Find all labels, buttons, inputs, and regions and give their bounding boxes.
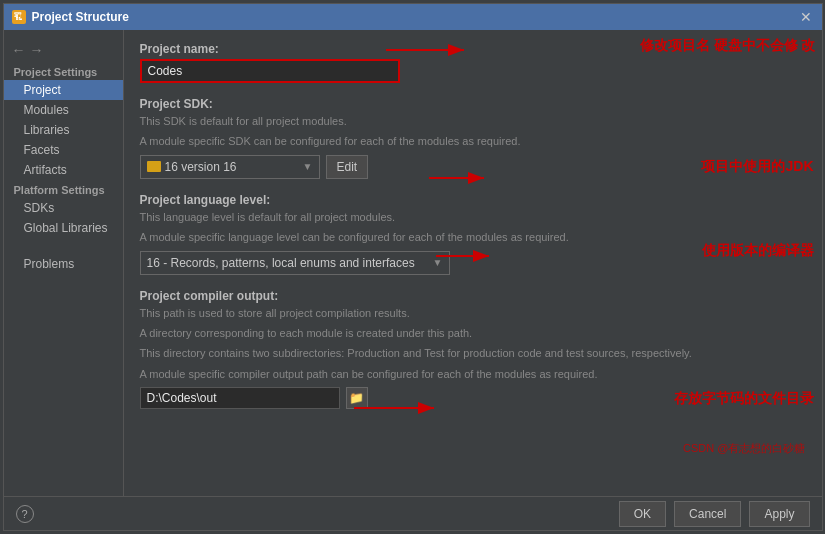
compiler-folder-button[interactable]: 📁 — [346, 387, 368, 409]
main-content: ← → Project Settings Project Modules Lib… — [4, 30, 822, 496]
project-sdk-desc2: A module specific SDK can be configured … — [140, 134, 806, 149]
language-level-label: Project language level: — [140, 193, 806, 207]
bottom-actions: OK Cancel Apply — [619, 501, 810, 527]
compiler-desc1: This path is used to store all project c… — [140, 306, 806, 321]
sdk-dropdown[interactable]: 16 version 16 ▼ — [140, 155, 320, 179]
sidebar-item-problems[interactable]: Problems — [4, 254, 123, 274]
edit-sdk-button[interactable]: Edit — [326, 155, 369, 179]
apply-button[interactable]: Apply — [749, 501, 809, 527]
compiler-output-group: Project compiler output: This path is us… — [140, 289, 806, 410]
language-level-chevron: ▼ — [433, 257, 443, 268]
nav-arrows: ← → — [4, 38, 123, 62]
help-button[interactable]: ? — [16, 505, 34, 523]
language-level-dropdown[interactable]: 16 - Records, patterns, local enums and … — [140, 251, 450, 275]
compiler-desc4: A module specific compiler output path c… — [140, 367, 806, 382]
dropdown-chevron: ▼ — [303, 161, 313, 172]
compiler-desc3: This directory contains two subdirectori… — [140, 346, 806, 361]
sdk-value: 16 version 16 — [165, 160, 237, 174]
back-arrow[interactable]: ← — [12, 42, 26, 58]
project-sdk-label: Project SDK: — [140, 97, 806, 111]
content-panel: Project name: Project SDK: This SDK is d… — [124, 30, 822, 496]
sidebar-item-project[interactable]: Project — [4, 80, 123, 100]
project-settings-label: Project Settings — [4, 62, 123, 80]
sidebar-item-global-libraries[interactable]: Global Libraries — [4, 218, 123, 238]
compiler-output-label: Project compiler output: — [140, 289, 806, 303]
sidebar-item-libraries[interactable]: Libraries — [4, 120, 123, 140]
language-level-desc1: This language level is default for all p… — [140, 210, 806, 225]
folder-icon — [147, 161, 161, 172]
app-icon: 🏗 — [12, 10, 26, 24]
watermark: CSDN @有志想的白砂糖 — [683, 441, 805, 456]
language-level-desc2: A module specific language level can be … — [140, 230, 806, 245]
platform-settings-label: Platform Settings — [4, 180, 123, 198]
project-name-input[interactable] — [140, 59, 400, 83]
ok-button[interactable]: OK — [619, 501, 666, 527]
forward-arrow[interactable]: → — [30, 42, 44, 58]
cancel-button[interactable]: Cancel — [674, 501, 741, 527]
bottom-bar: ? OK Cancel Apply — [4, 496, 822, 530]
compiler-output-input[interactable] — [140, 387, 340, 409]
compiler-output-row: 📁 — [140, 387, 806, 409]
sidebar-item-artifacts[interactable]: Artifacts — [4, 160, 123, 180]
sidebar: ← → Project Settings Project Modules Lib… — [4, 30, 124, 496]
sidebar-item-modules[interactable]: Modules — [4, 100, 123, 120]
project-sdk-group: Project SDK: This SDK is default for all… — [140, 97, 806, 179]
project-sdk-desc1: This SDK is default for all project modu… — [140, 114, 806, 129]
close-button[interactable]: ✕ — [798, 9, 814, 25]
project-name-group: Project name: — [140, 42, 806, 83]
language-level-value: 16 - Records, patterns, local enums and … — [147, 256, 415, 270]
sidebar-item-sdks[interactable]: SDKs — [4, 198, 123, 218]
sidebar-item-facets[interactable]: Facets — [4, 140, 123, 160]
compiler-desc2: A directory corresponding to each module… — [140, 326, 806, 341]
sdk-row: 16 version 16 ▼ Edit — [140, 155, 806, 179]
language-level-group: Project language level: This language le… — [140, 193, 806, 275]
project-name-label: Project name: — [140, 42, 806, 56]
title-bar: 🏗 Project Structure ✕ — [4, 4, 822, 30]
project-structure-dialog: 🏗 Project Structure ✕ ← → Project Settin… — [3, 3, 823, 531]
dialog-title: Project Structure — [32, 10, 129, 24]
